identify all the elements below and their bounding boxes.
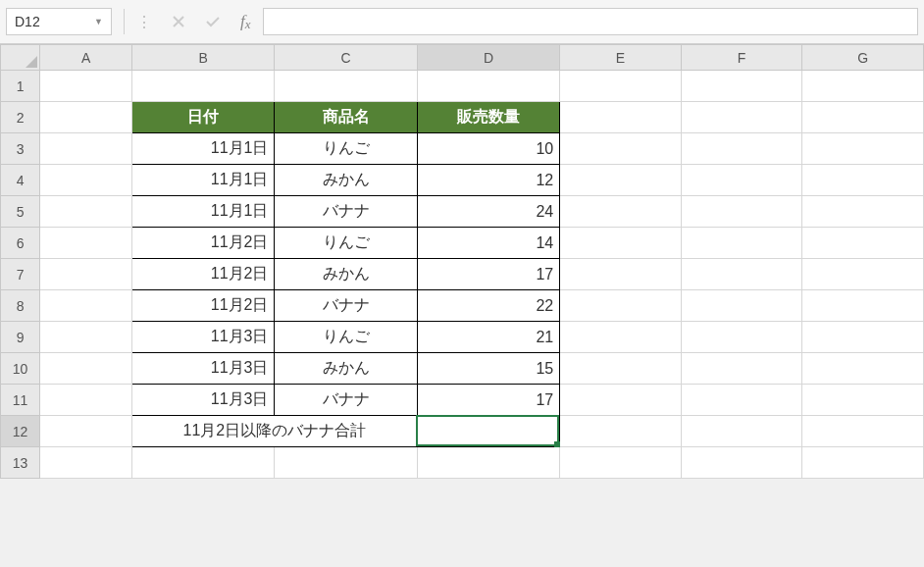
col-header-E[interactable]: E — [560, 45, 682, 71]
cell-B2[interactable]: 日付 — [132, 102, 275, 133]
cell-B6[interactable]: 11月2日 — [132, 228, 275, 259]
cell-C10[interactable]: みかん — [275, 353, 417, 385]
cell-D6[interactable]: 14 — [417, 228, 559, 259]
cell-B12-C12[interactable]: 11月2日以降のバナナ合計 — [132, 416, 418, 447]
cell-C7[interactable]: みかん — [275, 259, 417, 290]
confirm-formula-button[interactable] — [205, 15, 221, 28]
cell-A12[interactable] — [40, 416, 132, 447]
cell-A6[interactable] — [40, 228, 132, 259]
cell-F11[interactable] — [681, 385, 802, 416]
cell-E3[interactable] — [560, 133, 682, 165]
cell-F13[interactable] — [681, 447, 802, 479]
row-header-10[interactable]: 10 — [1, 353, 40, 385]
cell-D12[interactable] — [417, 416, 559, 447]
cell-F2[interactable] — [681, 102, 802, 133]
cell-D8[interactable]: 22 — [417, 290, 559, 322]
row-header-11[interactable]: 11 — [1, 385, 40, 416]
row-header-2[interactable]: 2 — [1, 102, 40, 133]
cell-B3[interactable]: 11月1日 — [132, 133, 275, 165]
cell-C4[interactable]: みかん — [275, 165, 417, 196]
cell-G3[interactable] — [802, 133, 924, 165]
cell-D7[interactable]: 17 — [417, 259, 559, 290]
cell-A9[interactable] — [40, 322, 132, 353]
cell-D2[interactable]: 販売数量 — [417, 102, 559, 133]
select-all-corner[interactable] — [1, 45, 40, 71]
cell-E9[interactable] — [560, 322, 682, 353]
cell-B8[interactable]: 11月2日 — [132, 290, 275, 322]
col-header-F[interactable]: F — [681, 45, 802, 71]
row-header-5[interactable]: 5 — [1, 196, 40, 228]
row-header-4[interactable]: 4 — [1, 165, 40, 196]
cell-G1[interactable] — [802, 71, 924, 102]
col-header-C[interactable]: C — [275, 45, 417, 71]
row-header-1[interactable]: 1 — [1, 71, 40, 102]
cell-G5[interactable] — [802, 196, 924, 228]
cancel-formula-button[interactable] — [172, 15, 185, 28]
cell-A8[interactable] — [40, 290, 132, 322]
cell-F4[interactable] — [681, 165, 802, 196]
spreadsheet-grid[interactable]: A B C D E F G 1 2 — [0, 44, 924, 479]
cell-B1[interactable] — [132, 71, 275, 102]
cell-D5[interactable]: 24 — [417, 196, 559, 228]
row-header-7[interactable]: 7 — [1, 259, 40, 290]
cell-A4[interactable] — [40, 165, 132, 196]
cell-G11[interactable] — [802, 385, 924, 416]
cell-G10[interactable] — [802, 353, 924, 385]
cell-E8[interactable] — [560, 290, 682, 322]
kebab-icon[interactable]: ⋮ — [136, 13, 150, 31]
cell-E2[interactable] — [560, 102, 682, 133]
cell-C11[interactable]: バナナ — [275, 385, 417, 416]
cell-E7[interactable] — [560, 259, 682, 290]
cell-C2[interactable]: 商品名 — [275, 102, 417, 133]
cell-E12[interactable] — [560, 416, 682, 447]
cell-A3[interactable] — [40, 133, 132, 165]
cell-D1[interactable] — [417, 71, 559, 102]
cell-A13[interactable] — [40, 447, 132, 479]
cell-G12[interactable] — [802, 416, 924, 447]
cell-A7[interactable] — [40, 259, 132, 290]
cell-D4[interactable]: 12 — [417, 165, 559, 196]
cell-E10[interactable] — [560, 353, 682, 385]
cell-A1[interactable] — [40, 71, 132, 102]
cell-F7[interactable] — [681, 259, 802, 290]
cell-D11[interactable]: 17 — [417, 385, 559, 416]
row-header-9[interactable]: 9 — [1, 322, 40, 353]
fx-icon[interactable]: fx — [240, 12, 251, 32]
cell-E11[interactable] — [560, 385, 682, 416]
cell-F8[interactable] — [681, 290, 802, 322]
cell-F3[interactable] — [681, 133, 802, 165]
row-header-3[interactable]: 3 — [1, 133, 40, 165]
cell-B5[interactable]: 11月1日 — [132, 196, 275, 228]
cell-E1[interactable] — [560, 71, 682, 102]
cell-F12[interactable] — [681, 416, 802, 447]
cell-B9[interactable]: 11月3日 — [132, 322, 275, 353]
cell-A2[interactable] — [40, 102, 132, 133]
cell-C1[interactable] — [275, 71, 417, 102]
name-box[interactable]: D12 ▼ — [6, 8, 112, 35]
cell-C8[interactable]: バナナ — [275, 290, 417, 322]
cell-B10[interactable]: 11月3日 — [132, 353, 275, 385]
formula-bar-input[interactable] — [263, 8, 918, 35]
cell-F1[interactable] — [681, 71, 802, 102]
cell-C9[interactable]: りんご — [275, 322, 417, 353]
col-header-G[interactable]: G — [802, 45, 924, 71]
col-header-A[interactable]: A — [40, 45, 132, 71]
cell-F10[interactable] — [681, 353, 802, 385]
cell-A5[interactable] — [40, 196, 132, 228]
cell-E4[interactable] — [560, 165, 682, 196]
cell-F5[interactable] — [681, 196, 802, 228]
row-header-6[interactable]: 6 — [1, 228, 40, 259]
cell-C3[interactable]: りんご — [275, 133, 417, 165]
col-header-D[interactable]: D — [417, 45, 559, 71]
cell-C6[interactable]: りんご — [275, 228, 417, 259]
cell-D9[interactable]: 21 — [417, 322, 559, 353]
cell-G2[interactable] — [802, 102, 924, 133]
cell-C13[interactable] — [275, 447, 417, 479]
cell-G13[interactable] — [802, 447, 924, 479]
col-header-B[interactable]: B — [132, 45, 275, 71]
row-header-8[interactable]: 8 — [1, 290, 40, 322]
cell-E5[interactable] — [560, 196, 682, 228]
cell-C5[interactable]: バナナ — [275, 196, 417, 228]
cell-A11[interactable] — [40, 385, 132, 416]
cell-D10[interactable]: 15 — [417, 353, 559, 385]
